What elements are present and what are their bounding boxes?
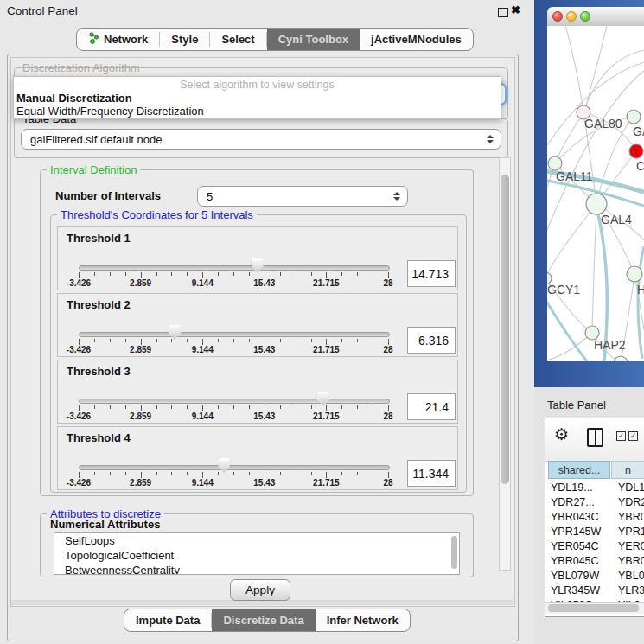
threshold-value-field[interactable]: 21.4 [407, 393, 456, 420]
table-data-combobox[interactable]: galFiltered.sif default node [21, 129, 501, 150]
network-node-label: GAL4 [601, 213, 632, 226]
network-node-h[interactable] [627, 266, 642, 282]
table-row[interactable]: YBR043CYBR0 [545, 510, 644, 525]
tab-cyni-toolbox[interactable]: Cyni Toolbox [267, 29, 360, 50]
algorithm-option-manual-discretization[interactable]: Manual Discretization [16, 92, 498, 105]
network-node-gal4[interactable] [586, 194, 607, 214]
tick-label: 15.43 [253, 345, 275, 354]
algorithm-popup-hint: Select algorithm to view settings [14, 79, 501, 91]
cell-shared-name: YBL079W [551, 569, 599, 583]
table-panel-area: Table Panel ⚙ ✓ ✓ shared... n YDL19...YD… [534, 387, 644, 644]
table-hscrollbar-thumb[interactable] [548, 604, 639, 612]
network-node-label: GAL80 [584, 117, 622, 131]
window-close-icon[interactable] [552, 11, 563, 22]
table-row[interactable]: YBR045CYBR0 [545, 554, 644, 569]
attributes-list-scrollbar[interactable] [451, 536, 457, 569]
network-node-ga[interactable] [627, 110, 641, 124]
checkbox-icon[interactable]: ✓ [628, 431, 638, 441]
attribute-list-item[interactable]: TopologicalCoefficient [54, 548, 459, 563]
tick-label: 9.144 [192, 278, 214, 288]
slider-tick-labels: -3.4262.8599.14415.4321.71528 [79, 411, 388, 422]
mode-tab-discretize-data[interactable]: Discretize Data [212, 609, 315, 631]
cell-name: YDL1 [618, 481, 644, 495]
combobox-arrows-icon [487, 135, 494, 143]
threshold-slider-thumb[interactable] [252, 258, 264, 273]
threshold-slider-track[interactable] [79, 399, 390, 404]
threshold-label: Threshold 2 [67, 298, 131, 311]
tab-jactivemnodules[interactable]: jActiveMNodules [360, 29, 473, 50]
threshold-slider-thumb[interactable] [317, 392, 329, 406]
tick-label: -3.426 [67, 411, 91, 421]
tab-label: Infer Network [327, 614, 399, 627]
algorithm-dropdown-popup: Select algorithm to view settings Manual… [13, 76, 501, 119]
threshold-slider-thumb[interactable] [218, 458, 230, 473]
cell-name: YDR2 [618, 495, 644, 510]
tick-label: 28 [383, 411, 392, 421]
table-hscrollbar-track[interactable] [545, 602, 644, 614]
tick-label: 15.43 [253, 278, 275, 288]
float-panel-icon[interactable] [498, 8, 508, 17]
tick-label: 2.859 [130, 278, 151, 288]
form-scrollbar-thumb[interactable] [501, 175, 509, 484]
close-panel-icon[interactable]: ✖ [511, 3, 520, 16]
tab-network[interactable]: Network [77, 29, 159, 50]
threshold-slider-track[interactable] [79, 465, 390, 470]
mode-tab-impute-data[interactable]: Impute Data [124, 609, 211, 631]
slider-tick-labels: -3.4262.8599.14415.4321.71528 [79, 278, 388, 289]
threshold-slider-track[interactable] [79, 332, 390, 337]
network-window-titlebar[interactable] [547, 7, 644, 27]
tick-label: 28 [383, 278, 392, 288]
table-row[interactable]: YBL079WYBL0 [545, 569, 644, 583]
apply-button[interactable]: Apply [230, 579, 290, 601]
column-header-shared-name[interactable]: shared... [548, 461, 610, 479]
tab-style[interactable]: Style [160, 29, 209, 50]
numerical-attributes-list[interactable]: SelfLoopsTopologicalCoefficientBetweenne… [54, 532, 460, 575]
tick-label: 9.144 [192, 345, 214, 354]
table-row[interactable]: YDL19...YDL1 [545, 481, 644, 495]
column-header-name[interactable]: n [611, 461, 644, 479]
tab-label: Network [104, 33, 148, 46]
threshold-value-field[interactable]: 6.316 [407, 327, 456, 354]
algorithm-option-equal-width-frequency[interactable]: Equal Width/Frequency Discretization [16, 105, 498, 118]
network-graph: GAL80GACGAL11GAL4GCY1HHAP2 [547, 26, 644, 361]
tick-label: 2.859 [130, 345, 151, 354]
window-zoom-icon[interactable] [580, 11, 590, 22]
tab-label: Impute Data [136, 614, 200, 627]
discretization-algorithm-group-label: Discretization Algorithm [19, 61, 143, 74]
table-row[interactable]: YDR27...YDR2 [545, 495, 644, 510]
mode-tab-infer-network[interactable]: Infer Network [316, 609, 410, 631]
table-row[interactable]: YER054CYER0 [545, 539, 644, 554]
table-row[interactable]: YPR145WYPR1 [545, 525, 644, 539]
number-of-intervals-combobox[interactable]: 5 [197, 186, 408, 207]
tab-label: Cyni Toolbox [278, 33, 348, 46]
attribute-list-item[interactable]: SelfLoops [54, 533, 459, 548]
threshold-slider-track[interactable] [79, 265, 390, 271]
tab-label: Style [171, 33, 198, 46]
threshold-slider-thumb[interactable] [169, 325, 181, 340]
panel-tab-bar: NetworkStyleSelectCyni ToolboxjActiveMNo… [76, 28, 474, 51]
network-node-gal11[interactable] [548, 156, 562, 170]
tick-label: 9.144 [192, 478, 214, 488]
table-columns-icon[interactable] [587, 428, 603, 447]
threshold-value-field[interactable]: 14.713 [407, 260, 456, 287]
tick-label: 2.859 [130, 478, 151, 488]
network-node-c[interactable] [629, 144, 643, 158]
tick-label: -3.426 [67, 345, 91, 354]
tab-label: jActiveMNodules [371, 33, 462, 46]
checkbox-icon[interactable]: ✓ [616, 431, 626, 441]
cell-name: YLR3 [618, 583, 644, 598]
table-settings-gear-icon[interactable]: ⚙ [554, 424, 569, 444]
table-rows[interactable]: YDL19...YDL1YDR27...YDR2YBR043CYBR0YPR14… [545, 481, 644, 602]
network-view-canvas[interactable]: GAL80GACGAL11GAL4GCY1HHAP2 [547, 26, 644, 361]
cell-name: YBL0 [618, 569, 644, 583]
cell-name: YBR0 [618, 554, 644, 569]
table-select-columns-icons[interactable]: ✓ ✓ [616, 431, 638, 441]
threshold-value-field[interactable]: 11.344 [407, 460, 456, 487]
table-row[interactable]: YLR345WYLR3 [545, 583, 644, 598]
window-minimize-icon[interactable] [566, 11, 577, 22]
threshold-box-2: Threshold 2-3.4262.8599.14415.4321.71528… [57, 293, 458, 357]
tab-select[interactable]: Select [210, 29, 265, 50]
attribute-list-item[interactable]: BetweennessCentrality [54, 563, 459, 575]
slider-tick-labels: -3.4262.8599.14415.4321.71528 [79, 345, 388, 355]
network-node[interactable] [614, 356, 628, 361]
